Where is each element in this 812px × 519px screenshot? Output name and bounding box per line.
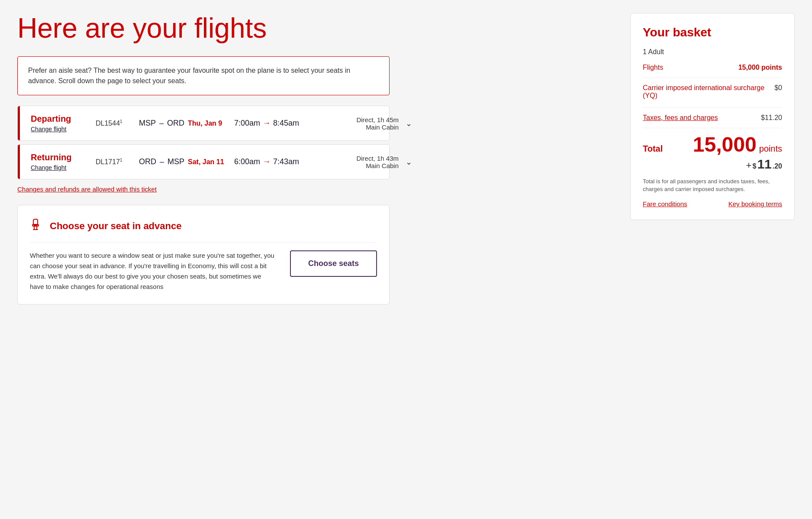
basket-divider-1 — [643, 78, 782, 78]
returning-chevron-icon[interactable]: ⌄ — [406, 157, 412, 167]
total-plus-sign: + — [746, 160, 752, 171]
seat-card-body: Whether you want to secure a window seat… — [30, 250, 377, 292]
departing-change-flight-link[interactable]: Change flight — [31, 126, 96, 133]
basket-passengers: 1 Adult — [643, 48, 782, 56]
info-banner-text: Prefer an aisle seat? The best way to gu… — [28, 65, 379, 86]
taxes-row: Taxes, fees and charges $11.20 — [643, 114, 782, 122]
key-booking-terms-link[interactable]: Key booking terms — [728, 200, 782, 208]
flights-basket-label: Flights — [643, 64, 663, 71]
total-plus-row: + $ 11 .20 — [693, 157, 782, 172]
changes-refunds-link[interactable]: Changes and refunds are allowed with thi… — [17, 185, 157, 193]
returning-change-flight-link[interactable]: Change flight — [31, 164, 96, 171]
basket-footer-links: Fare conditions Key booking terms — [643, 200, 782, 208]
total-dollar-prefix: $ — [752, 162, 756, 170]
page-title: Here are your flights — [17, 13, 617, 43]
departing-chevron-icon[interactable]: ⌄ — [406, 119, 412, 128]
flights-basket-row: Flights 15,000 points — [643, 64, 782, 71]
departing-flight-number: DL15441 — [96, 119, 130, 127]
basket-card: Your basket 1 Adult Flights 15,000 point… — [630, 13, 795, 220]
total-label: Total — [643, 144, 663, 154]
returning-route-sep: – — [160, 157, 164, 166]
flights-basket-value: 15,000 points — [738, 64, 782, 71]
fare-conditions-link[interactable]: Fare conditions — [643, 200, 687, 208]
choose-seats-button[interactable]: Choose seats — [290, 250, 377, 277]
departing-time: 7:00am → 8:45am — [234, 119, 321, 128]
total-points-number: 15,000 — [693, 134, 757, 155]
basket-note: Total is for all passengers and includes… — [643, 178, 782, 193]
returning-route: ORD – MSP Sat, Jan 11 — [139, 157, 226, 166]
carrier-row: Carrier imposed international surcharge … — [643, 84, 782, 101]
taxes-label[interactable]: Taxes, fees and charges — [643, 114, 718, 122]
basket-divider-3 — [643, 128, 782, 128]
info-banner: Prefer an aisle seat? The best way to gu… — [17, 56, 390, 95]
departing-route: MSP – ORD Thu, Jan 9 — [139, 119, 226, 128]
departing-right-info: Direct, 1h 45m Main Cabin — [329, 116, 399, 131]
total-row: Total 15,000 points + $ 11 .20 — [643, 134, 782, 172]
total-amounts: 15,000 points + $ 11 .20 — [693, 134, 782, 172]
departing-label: Departing — [31, 114, 71, 123]
basket-title: Your basket — [643, 26, 782, 39]
carrier-label: Carrier imposed international surcharge … — [643, 84, 774, 100]
departing-accent-bar — [18, 106, 20, 140]
taxes-value: $11.20 — [761, 114, 782, 122]
total-dollars: 11 — [757, 157, 771, 172]
returning-time-arrow: → — [263, 157, 271, 166]
returning-accent-bar — [18, 145, 20, 179]
basket-divider-2 — [643, 107, 782, 108]
departing-route-sep: – — [159, 119, 164, 128]
total-points-suffix: points — [759, 144, 782, 154]
seat-card-title: Choose your seat in advance — [50, 221, 181, 232]
departing-date: Thu, Jan 9 — [188, 120, 222, 127]
returning-date: Sat, Jan 11 — [188, 158, 224, 166]
basket-sidebar: Your basket 1 Adult Flights 15,000 point… — [630, 13, 795, 305]
returning-flight-number: DL17171 — [96, 158, 130, 166]
carrier-value: $0 — [774, 84, 782, 92]
returning-time: 6:00am → 7:43am — [234, 157, 321, 166]
departing-time-arrow: → — [263, 119, 271, 128]
returning-flight-card: Returning Change flight DL17171 ORD – MS… — [17, 144, 390, 179]
seat-card-header: Choose your seat in advance — [30, 217, 377, 243]
returning-label: Returning — [31, 152, 71, 162]
seat-description: Whether you want to secure a window seat… — [30, 250, 277, 292]
seat-icon — [30, 217, 44, 234]
departing-flight-card: Departing Change flight DL15441 MSP – OR… — [17, 106, 390, 141]
total-cents: .20 — [773, 162, 782, 170]
seat-selection-card: Choose your seat in advance Whether you … — [17, 205, 390, 305]
returning-right-info: Direct, 1h 43m Main Cabin — [329, 155, 399, 169]
